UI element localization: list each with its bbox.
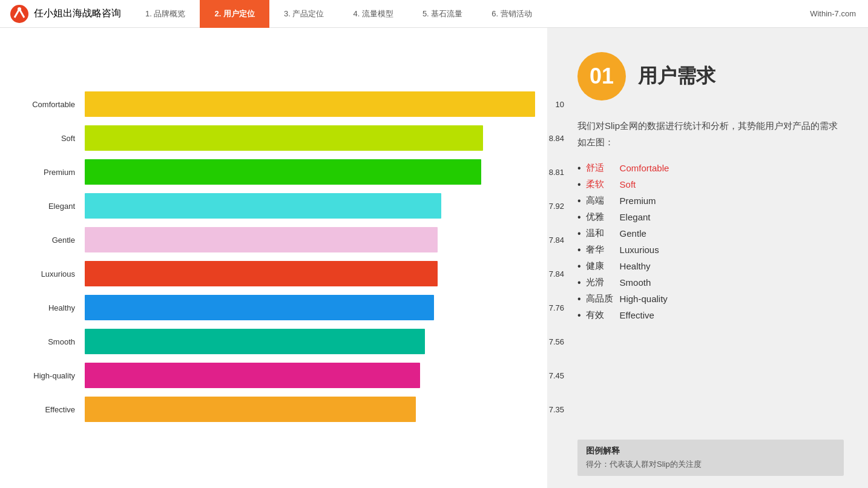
list-item: •高端Premium — [577, 195, 844, 206]
bar-row: High-quality7.45 — [24, 363, 535, 388]
bar-value: 7.56 — [549, 337, 564, 346]
item-cn: 舒适 — [586, 162, 615, 174]
item-en: Healthy — [620, 261, 651, 271]
bullet-icon: • — [577, 261, 581, 272]
item-en: Soft — [620, 179, 636, 190]
bar-label: Premium — [24, 168, 85, 177]
bar-label: Soft — [24, 134, 85, 143]
bar-value: 10 — [556, 100, 564, 109]
item-en: Gentle — [620, 228, 646, 239]
panel-list: •舒适Comfortable•柔软Soft•高端Premium•优雅Elegan… — [577, 162, 844, 321]
nav-item[interactable]: 5. 基石流量 — [408, 0, 477, 28]
bar-label: Healthy — [24, 303, 85, 312]
item-cn: 高品质 — [586, 293, 615, 305]
item-en: Premium — [620, 196, 656, 206]
bullet-icon: • — [577, 310, 581, 321]
bar-label: Gentle — [24, 236, 85, 245]
bar-label: Elegant — [24, 202, 85, 211]
list-item: •健康Healthy — [577, 260, 844, 272]
nav-item[interactable]: 6. 营销活动 — [477, 0, 546, 28]
item-en: Effective — [620, 310, 654, 320]
panel-title: 用户需求 — [638, 63, 715, 90]
bar-track: 7.56 — [85, 329, 535, 354]
bar-row: Smooth7.56 — [24, 329, 535, 354]
bar-row: Effective7.35 — [24, 397, 535, 422]
nav-item[interactable]: 3. 产品定位 — [269, 0, 338, 28]
bar-fill — [85, 227, 438, 252]
nav-item[interactable]: 1. 品牌概览 — [131, 0, 200, 28]
legend-box: 图例解释 得分：代表该人群对Slip的关注度 — [577, 440, 844, 476]
item-cn: 健康 — [586, 260, 615, 272]
item-cn: 柔软 — [586, 179, 615, 190]
bar-value: 7.76 — [549, 303, 564, 312]
panel-desc: 我们对Slip全网的数据进行统计和分析，其势能用户对产品的需求如左图： — [577, 117, 844, 150]
bar-fill — [85, 125, 483, 151]
top-nav: 任小姐出海战略咨询 1. 品牌概览2. 用户定位3. 产品定位4. 流量模型5.… — [0, 0, 868, 28]
item-en: Elegant — [620, 212, 651, 222]
list-item: •柔软Soft — [577, 179, 844, 190]
bar-track: 7.92 — [85, 193, 535, 219]
bullet-icon: • — [577, 294, 581, 305]
bar-label: High-quality — [24, 371, 85, 380]
bar-track: 7.35 — [85, 397, 535, 422]
bar-value: 7.35 — [549, 405, 564, 414]
bullet-icon: • — [577, 228, 581, 239]
bullet-icon: • — [577, 196, 581, 206]
bar-track: 8.84 — [85, 125, 535, 151]
legend-desc: 得分：代表该人群对Slip的关注度 — [586, 459, 835, 470]
bar-row: Healthy7.76 — [24, 295, 535, 320]
bar-row: Elegant7.92 — [24, 193, 535, 219]
list-item: •温和Gentle — [577, 228, 844, 239]
list-item: •有效Effective — [577, 309, 844, 321]
bar-fill — [85, 159, 481, 185]
bullet-icon: • — [577, 179, 581, 190]
nav-domain: Within-7.com — [798, 9, 868, 18]
list-item: •高品质High-quality — [577, 293, 844, 305]
right-panel: 01 用户需求 我们对Slip全网的数据进行统计和分析，其势能用户对产品的需求如… — [547, 28, 868, 488]
list-item: •舒适Comfortable — [577, 162, 844, 174]
item-en: High-quality — [620, 294, 668, 304]
bar-label: Luxurious — [24, 269, 85, 279]
item-cn: 优雅 — [586, 211, 615, 223]
item-cn: 温和 — [586, 228, 615, 239]
list-item: •光滑Smooth — [577, 277, 844, 288]
bar-track: 7.76 — [85, 295, 535, 320]
legend-title: 图例解释 — [586, 446, 835, 457]
chart-area: Comfortable10Soft8.84Premium8.81Elegant7… — [0, 28, 547, 488]
bullet-icon: • — [577, 277, 581, 288]
panel-badge: 01 — [577, 52, 626, 101]
list-item: •优雅Elegant — [577, 211, 844, 223]
bar-row: Premium8.81 — [24, 159, 535, 185]
bar-fill — [85, 261, 438, 286]
bar-value: 8.84 — [549, 134, 564, 143]
bar-track: 8.81 — [85, 159, 535, 185]
bullet-icon: • — [577, 163, 581, 174]
bar-track: 7.84 — [85, 227, 535, 252]
bar-fill — [85, 329, 425, 354]
bar-fill — [85, 193, 441, 219]
bar-fill — [85, 295, 434, 320]
bullet-icon: • — [577, 245, 581, 256]
bar-row: Luxurious7.84 — [24, 261, 535, 286]
bar-label: Effective — [24, 405, 85, 414]
bullet-icon: • — [577, 212, 581, 223]
bar-row: Gentle7.84 — [24, 227, 535, 252]
bar-row: Comfortable10 — [24, 91, 535, 117]
panel-header: 01 用户需求 — [577, 52, 844, 101]
bar-fill — [85, 91, 535, 117]
bar-value: 8.81 — [549, 168, 564, 177]
nav-item[interactable]: 4. 流量模型 — [338, 0, 407, 28]
bar-fill — [85, 363, 420, 388]
bar-value: 7.45 — [549, 371, 564, 380]
bar-track: 7.45 — [85, 363, 535, 388]
bar-value: 7.84 — [549, 269, 564, 279]
svg-point-1 — [18, 7, 21, 11]
item-cn: 高端 — [586, 195, 615, 206]
nav-item[interactable]: 2. 用户定位 — [200, 0, 269, 28]
nav-items: 1. 品牌概览2. 用户定位3. 产品定位4. 流量模型5. 基石流量6. 营销… — [131, 0, 798, 28]
item-cn: 光滑 — [586, 277, 615, 288]
bar-chart: Comfortable10Soft8.84Premium8.81Elegant7… — [24, 91, 535, 430]
bar-label: Smooth — [24, 337, 85, 346]
brand-logo — [10, 4, 29, 24]
brand-name: 任小姐出海战略咨询 — [34, 7, 121, 20]
